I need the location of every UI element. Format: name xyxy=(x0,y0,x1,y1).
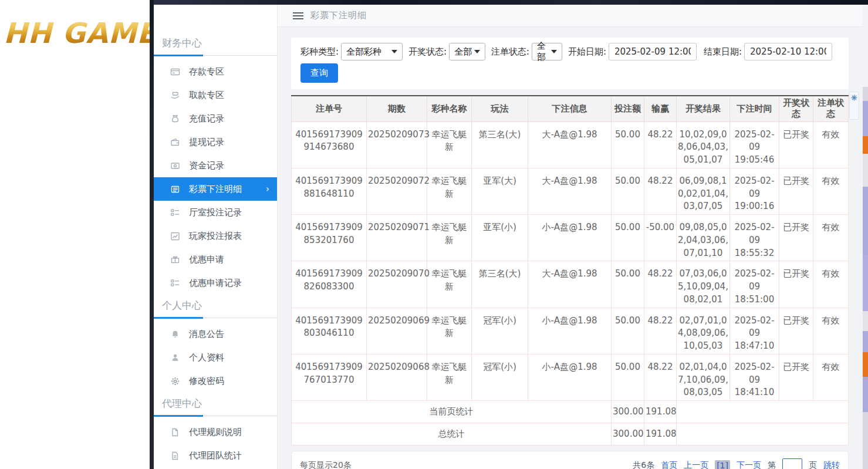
bets-table-card: 注单号 期数 彩种名称 玩法 下注信息 投注额 输赢 开奖结果 下注时间 开奖状… xyxy=(291,95,849,446)
col-header-lottery-name: 彩种名称 xyxy=(427,96,472,122)
summary-bet-amount: 300.00 xyxy=(612,401,644,423)
page-edge-artifact xyxy=(863,0,868,469)
cell-play-type: 亚军(大) xyxy=(472,168,528,214)
search-button[interactable]: 查询 xyxy=(300,63,338,83)
deposit-icon xyxy=(170,67,180,77)
cell-play-type: 冠军(小) xyxy=(472,354,528,400)
cell-lottery-name: 幸运飞艇新 xyxy=(427,354,472,400)
prev-page-link[interactable]: 上一页 xyxy=(684,460,708,469)
sidebar-item-label: 资金记录 xyxy=(189,160,224,171)
cell-bet-amount: 50.00 xyxy=(612,215,644,261)
cell-lottery-name: 幸运飞艇新 xyxy=(427,308,472,354)
cell-period: 20250209073 xyxy=(367,122,427,168)
bell-icon xyxy=(170,329,180,339)
list-squares-icon xyxy=(170,278,180,288)
cell-period: 20250209072 xyxy=(367,168,427,214)
col-header-bet-amount: 投注额 xyxy=(612,96,644,122)
table-header-row: 注单号 期数 彩种名称 玩法 下注信息 投注额 输赢 开奖结果 下注时间 开奖状… xyxy=(292,96,849,122)
sidebar-item-label: 优惠申请记录 xyxy=(189,278,242,289)
cell-play-type: 第三名(大) xyxy=(472,122,528,168)
cell-bet-time: 2025-02-09 18:47:10 xyxy=(730,308,779,354)
sidebar: 玩家中心 PLAYERS CENTER 财务中心 存款专区 取款专区 xyxy=(154,5,278,469)
sidebar-item-funds-record[interactable]: 资金记录 xyxy=(154,154,277,177)
summary-empty xyxy=(677,423,849,446)
sidebar-item-label: 厅室投注记录 xyxy=(189,207,242,218)
cell-draw-status: 已开奖 xyxy=(779,168,813,214)
cell-bet-info: 大-A盘@1.98 xyxy=(528,261,612,308)
col-header-draw-status: 开奖状态 xyxy=(779,96,813,122)
jump-suffix-text: 页 xyxy=(809,460,817,469)
sidebar-item-recharge-record[interactable]: 充值记录 xyxy=(154,107,277,130)
sidebar-item-hall-bet-record[interactable]: 厅室投注记录 xyxy=(154,201,277,224)
sidebar-item-label: 取款专区 xyxy=(189,90,224,101)
cell-bet-info: 小-A盘@1.98 xyxy=(528,215,612,261)
gift-icon xyxy=(170,255,180,265)
sidebar-item-deposit[interactable]: 存款专区 xyxy=(154,60,277,83)
draw-status-select[interactable]: 全部 xyxy=(449,43,485,60)
cell-draw-result: 07,03,06,05,10,09,04,08,02,01 xyxy=(677,261,730,308)
hamburger-menu-icon[interactable] xyxy=(293,12,303,19)
sidebar-item-agent-rules[interactable]: 代理规则说明 xyxy=(154,420,277,444)
document-icon xyxy=(170,427,180,437)
first-page-link[interactable]: 首页 xyxy=(661,460,677,469)
col-header-bet-id: 注单号 xyxy=(292,96,367,122)
cell-winloss: 48.22 xyxy=(644,261,677,308)
col-header-order-status: 注单状态 xyxy=(813,96,849,122)
sidebar-item-promo-record[interactable]: 优惠申请记录 xyxy=(154,271,277,295)
order-status-select[interactable]: 全部 xyxy=(532,43,562,60)
summary-row-total: 总统计 300.00 191.08 xyxy=(292,423,849,446)
jump-page-input[interactable] xyxy=(782,458,802,469)
list-squares-icon xyxy=(170,208,180,218)
cell-bet-id: 401569173909914673680 xyxy=(292,122,367,168)
sidebar-item-label: 代理团队统计 xyxy=(189,450,242,461)
end-date-label: 结束日期: xyxy=(704,46,742,58)
chevron-right-icon: › xyxy=(266,184,269,194)
cell-draw-status: 已开奖 xyxy=(779,308,813,354)
cell-winloss: 48.22 xyxy=(644,122,677,168)
cell-order-status: 有效 xyxy=(813,122,849,168)
cell-bet-id: 401569173909767013770 xyxy=(292,354,367,400)
cell-period: 20250209068 xyxy=(367,354,427,400)
sidebar-item-player-bet-report[interactable]: 玩家投注报表 xyxy=(154,224,277,248)
end-date-input[interactable] xyxy=(744,43,832,60)
section-title-personal: 个人中心 xyxy=(154,295,277,317)
cell-period: 20250209071 xyxy=(367,215,427,261)
summary-label: 总统计 xyxy=(292,423,612,446)
edge-widget xyxy=(849,92,859,120)
cell-order-status: 有效 xyxy=(813,354,849,400)
bets-table: 注单号 期数 彩种名称 玩法 下注信息 投注额 输赢 开奖结果 下注时间 开奖状… xyxy=(291,95,849,446)
sidebar-item-label: 个人资料 xyxy=(189,352,224,363)
jump-link[interactable]: 跳转 xyxy=(823,460,840,469)
cell-bet-info: 小-A盘@1.98 xyxy=(528,354,612,400)
summary-empty xyxy=(677,401,849,423)
sidebar-item-promo-apply[interactable]: 优惠申请 xyxy=(154,248,277,271)
sidebar-item-withdrawal-record[interactable]: 提现记录 xyxy=(154,130,277,154)
cell-winloss: 48.22 xyxy=(644,168,677,214)
brand-panel: HH GAME xyxy=(0,0,150,469)
cell-period: 20250209070 xyxy=(367,261,427,308)
table-row: 401569173909853201760 20250209071 幸运飞艇新 … xyxy=(292,215,849,261)
document-stats-icon xyxy=(170,451,180,461)
cell-draw-result: 02,07,01,04,08,09,06,10,05,03 xyxy=(677,308,730,354)
cell-draw-result: 10,02,09,08,06,04,03,05,01,07 xyxy=(677,122,730,168)
sidebar-item-withdraw[interactable]: 取款专区 xyxy=(154,83,277,107)
start-date-input[interactable] xyxy=(609,43,697,60)
cell-bet-time: 2025-02-09 18:55:32 xyxy=(730,215,779,261)
sidebar-item-agent-team-stats[interactable]: 代理团队统计 xyxy=(154,444,277,467)
cell-bet-id: 401569173909853201760 xyxy=(292,215,367,261)
filter-panel: 彩种类型: 全部彩种 开奖状态: 全部 注单状态: 全部 开始日期: 结束日期:… xyxy=(291,38,849,89)
lottery-type-select[interactable]: 全部彩种 xyxy=(341,43,403,60)
sidebar-item-label: 提现记录 xyxy=(189,137,224,148)
background-strip-vertical xyxy=(150,0,154,469)
next-page-link[interactable]: 下一页 xyxy=(737,460,761,469)
total-count-text: 共6条 xyxy=(633,460,654,469)
cell-bet-amount: 50.00 xyxy=(612,122,644,168)
cell-play-type: 冠军(小) xyxy=(472,308,528,354)
cell-winloss: -50.00 xyxy=(644,215,677,261)
sidebar-item-profile[interactable]: 个人资料 xyxy=(154,346,277,369)
sidebar-item-change-password[interactable]: 修改密码 xyxy=(154,369,277,393)
sidebar-item-announcements[interactable]: 消息公告 xyxy=(154,322,277,346)
sidebar-header: 玩家中心 PLAYERS CENTER xyxy=(154,5,277,32)
sidebar-item-lottery-bet-details[interactable]: 彩票下注明细 › xyxy=(154,177,277,201)
cell-bet-amount: 50.00 xyxy=(612,168,644,214)
